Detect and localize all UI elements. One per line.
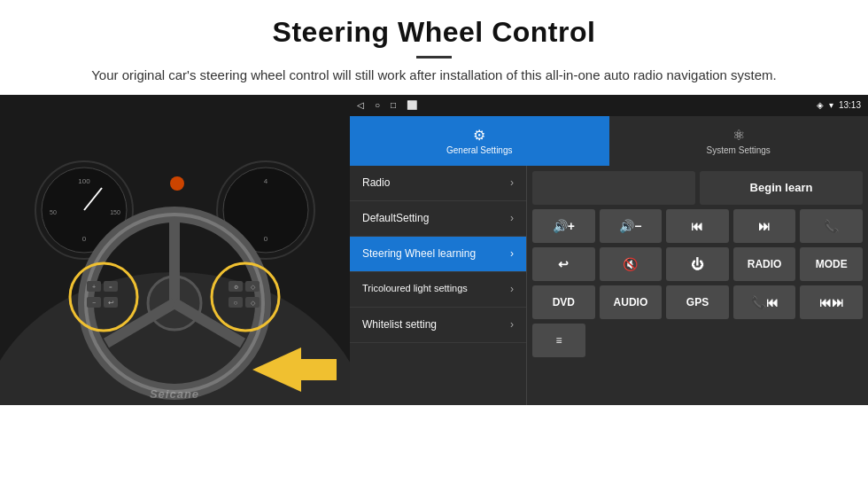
vol-up-icon: 🔊+ <box>553 219 575 233</box>
page-container: Steering Wheel Control Your original car… <box>0 0 868 405</box>
phone-prev-button[interactable]: 📞⏮ <box>733 285 796 319</box>
menu-item-steering[interactable]: Steering Wheel learning › <box>350 237 526 272</box>
mute-icon: 🔇 <box>623 257 638 271</box>
svg-text:4: 4 <box>264 177 268 185</box>
mode-button[interactable]: MODE <box>800 247 863 281</box>
btn-row-4: ≡ <box>532 324 863 357</box>
svg-text:0: 0 <box>82 235 87 243</box>
gps-button[interactable]: GPS <box>666 285 729 319</box>
dvd-label: DVD <box>553 296 575 308</box>
content-area: 100 0 50 150 4 0 <box>0 95 868 405</box>
menu-steering-label: Steering Wheel learning <box>362 247 476 260</box>
menu-steering-arrow: › <box>510 247 514 260</box>
menu-whitelist-arrow: › <box>510 318 514 331</box>
dvd-button[interactable]: DVD <box>532 285 595 319</box>
mute-button[interactable]: 🔇 <box>600 247 663 281</box>
settings-icon: ⚙ <box>473 127 485 144</box>
svg-text:100: 100 <box>78 177 90 185</box>
recents-icon[interactable]: □ <box>391 100 396 110</box>
vol-down-icon: 🔊− <box>619 219 641 233</box>
power-icon: ⏻ <box>691 257 703 271</box>
svg-text:⚙: ⚙ <box>234 285 238 290</box>
menu-whitelist-label: Whitelist setting <box>362 318 437 331</box>
btn-row-1: 🔊+ 🔊− ⏮ ⏭ 📞 <box>532 209 863 243</box>
list-icon: ≡ <box>555 334 562 347</box>
page-title: Steering Wheel Control <box>35 16 833 49</box>
tab-system[interactable]: ⚛ System Settings <box>609 116 869 166</box>
btn-row-2: ↩ 🔇 ⏻ RADIO MODE <box>532 247 863 281</box>
phone-icon: 📞 <box>824 219 839 233</box>
screenshot-icon[interactable]: ⬜ <box>407 100 417 110</box>
prev-next-icon: ⏮⏭ <box>819 295 844 309</box>
menu-item-whitelist[interactable]: Whitelist setting › <box>350 308 526 343</box>
menu-item-radio[interactable]: Radio › <box>350 166 526 201</box>
gps-label: GPS <box>686 296 709 308</box>
status-bar-left: ◁ ○ □ ⬜ <box>357 100 417 110</box>
next-icon: ⏭ <box>758 219 771 233</box>
gps-icon: ◈ <box>817 100 824 110</box>
tab-general-label: General Settings <box>446 145 513 155</box>
phone-prev-icon: 📞⏮ <box>751 295 779 309</box>
tab-general[interactable]: ⚙ General Settings <box>350 116 609 166</box>
status-bar: ◁ ○ □ ⬜ ◈ ▾ 13:13 <box>350 95 868 116</box>
radio-button[interactable]: RADIO <box>733 247 796 281</box>
header-description: Your original car's steering wheel contr… <box>71 66 797 86</box>
menu-item-tricoloured[interactable]: Tricoloured light settings › <box>350 272 526 308</box>
vol-up-button[interactable]: 🔊+ <box>532 209 595 243</box>
car-image-section: 100 0 50 150 4 0 <box>0 95 350 405</box>
menu-tricoloured-arrow: › <box>510 283 514 295</box>
svg-text:○: ○ <box>234 299 238 307</box>
phone-button[interactable]: 📞 <box>800 209 863 243</box>
control-row-top: Begin learn <box>532 171 863 205</box>
radio-label: RADIO <box>748 258 782 270</box>
svg-text:Seicane: Seicane <box>150 387 199 401</box>
menu-default-label: DefaultSetting <box>362 212 429 224</box>
header: Steering Wheel Control Your original car… <box>0 0 868 95</box>
control-panel: Begin learn 🔊+ 🔊− ⏮ <box>527 166 868 405</box>
svg-text:↩: ↩ <box>108 299 114 307</box>
next-button[interactable]: ⏭ <box>733 209 796 243</box>
blank-display <box>532 171 695 205</box>
menu-default-arrow: › <box>510 212 514 224</box>
prev-next-button[interactable]: ⏮⏭ <box>800 285 863 319</box>
menu-radio-label: Radio <box>362 176 390 189</box>
menu-tricoloured-label: Tricoloured light settings <box>362 283 468 294</box>
prev-icon: ⏮ <box>691 219 703 233</box>
android-ui: ◁ ○ □ ⬜ ◈ ▾ 13:13 ⚙ General Settings <box>350 95 868 405</box>
tab-system-label: System Settings <box>707 145 771 155</box>
clock: 13:13 <box>839 100 861 110</box>
svg-text:50: 50 <box>50 209 57 215</box>
svg-point-13 <box>170 176 184 191</box>
power-button[interactable]: ⏻ <box>666 247 729 281</box>
back-call-button[interactable]: ↩ <box>532 247 595 281</box>
wifi-icon: ▾ <box>829 100 833 110</box>
ui-content: Radio › DefaultSetting › Steering Wheel … <box>350 166 868 405</box>
vol-down-button[interactable]: 🔊− <box>600 209 663 243</box>
back-icon[interactable]: ◁ <box>357 100 364 110</box>
menu-panel: Radio › DefaultSetting › Steering Wheel … <box>350 166 527 405</box>
svg-text:0: 0 <box>264 235 268 243</box>
menu-radio-arrow: › <box>510 176 514 189</box>
audio-label: AUDIO <box>614 296 648 308</box>
list-button[interactable]: ≡ <box>532 324 585 357</box>
home-icon[interactable]: ○ <box>375 100 380 110</box>
header-divider <box>416 56 452 59</box>
prev-button[interactable]: ⏮ <box>666 209 729 243</box>
menu-item-default[interactable]: DefaultSetting › <box>350 201 526 237</box>
btn-row-3: DVD AUDIO GPS 📞⏮ ⏮⏭ <box>532 285 863 319</box>
mode-label: MODE <box>816 258 848 270</box>
back-call-icon: ↩ <box>558 257 569 271</box>
status-bar-right: ◈ ▾ 13:13 <box>817 100 861 110</box>
audio-button[interactable]: AUDIO <box>600 285 663 319</box>
begin-learn-button[interactable]: Begin learn <box>700 171 863 205</box>
svg-text:150: 150 <box>110 209 120 215</box>
tab-bar: ⚙ General Settings ⚛ System Settings <box>350 116 868 166</box>
system-icon: ⚛ <box>732 127 745 144</box>
svg-text:+: + <box>92 284 96 290</box>
svg-text:−: − <box>92 300 96 306</box>
